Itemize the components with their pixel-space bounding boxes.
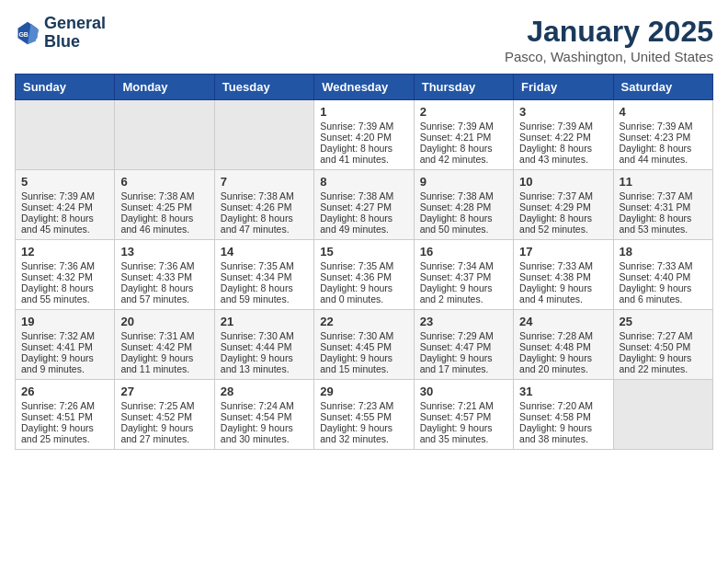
- day-info: Sunset: 4:58 PM: [519, 411, 607, 422]
- day-number: 24: [519, 315, 607, 328]
- day-info: Daylight: 9 hours and 27 minutes.: [120, 422, 208, 444]
- day-info: Daylight: 8 hours and 46 minutes.: [120, 213, 208, 235]
- day-info: Daylight: 8 hours and 55 minutes.: [21, 282, 108, 304]
- calendar-cell: 3Sunrise: 7:39 AMSunset: 4:22 PMDaylight…: [514, 100, 613, 170]
- calendar-cell: 30Sunrise: 7:21 AMSunset: 4:57 PMDayligh…: [414, 380, 513, 450]
- day-info: Sunrise: 7:20 AM: [519, 400, 607, 411]
- calendar: SundayMondayTuesdayWednesdayThursdayFrid…: [15, 74, 713, 450]
- day-info: Sunset: 4:42 PM: [120, 341, 208, 352]
- day-info: Daylight: 9 hours and 35 minutes.: [420, 422, 507, 444]
- day-info: Sunrise: 7:39 AM: [420, 121, 507, 132]
- day-info: Sunset: 4:33 PM: [120, 271, 208, 282]
- calendar-cell: 7Sunrise: 7:38 AMSunset: 4:26 PMDaylight…: [214, 170, 313, 240]
- calendar-cell: 14Sunrise: 7:35 AMSunset: 4:34 PMDayligh…: [214, 240, 313, 310]
- day-number: 1: [320, 105, 407, 119]
- week-row-1: 1Sunrise: 7:39 AMSunset: 4:20 PMDaylight…: [16, 100, 713, 170]
- day-info: Daylight: 9 hours and 22 minutes.: [620, 352, 707, 374]
- day-number: 17: [519, 245, 607, 259]
- day-info: Sunset: 4:24 PM: [21, 201, 108, 213]
- day-number: 20: [120, 315, 208, 328]
- calendar-cell: 9Sunrise: 7:38 AMSunset: 4:28 PMDaylight…: [414, 170, 513, 240]
- day-info: Sunrise: 7:38 AM: [320, 190, 407, 201]
- day-info: Sunset: 4:40 PM: [620, 271, 707, 282]
- day-info: Daylight: 8 hours and 44 minutes.: [620, 143, 707, 165]
- day-info: Sunrise: 7:35 AM: [320, 260, 407, 271]
- svg-text:GB: GB: [18, 30, 28, 37]
- day-info: Sunrise: 7:39 AM: [620, 121, 707, 132]
- day-info: Sunset: 4:32 PM: [21, 271, 108, 282]
- day-info: Daylight: 8 hours and 57 minutes.: [120, 282, 208, 304]
- calendar-cell: 23Sunrise: 7:29 AMSunset: 4:47 PMDayligh…: [414, 310, 513, 380]
- month-title: January 2025: [505, 15, 713, 49]
- calendar-cell: 8Sunrise: 7:38 AMSunset: 4:27 PMDaylight…: [314, 170, 414, 240]
- day-info: Daylight: 9 hours and 38 minutes.: [519, 422, 607, 444]
- day-number: 2: [420, 105, 507, 119]
- week-row-2: 5Sunrise: 7:39 AMSunset: 4:24 PMDaylight…: [16, 170, 713, 240]
- calendar-cell: 27Sunrise: 7:25 AMSunset: 4:52 PMDayligh…: [115, 380, 214, 450]
- day-info: Sunrise: 7:25 AM: [120, 400, 208, 411]
- weekday-header-tuesday: Tuesday: [214, 75, 313, 100]
- calendar-cell: 22Sunrise: 7:30 AMSunset: 4:45 PMDayligh…: [314, 310, 414, 380]
- day-info: Daylight: 8 hours and 45 minutes.: [21, 213, 108, 235]
- calendar-cell: 31Sunrise: 7:20 AMSunset: 4:58 PMDayligh…: [514, 380, 613, 450]
- day-info: Sunset: 4:44 PM: [221, 341, 308, 352]
- day-info: Sunset: 4:23 PM: [620, 132, 707, 143]
- calendar-cell: 12Sunrise: 7:36 AMSunset: 4:32 PMDayligh…: [16, 240, 115, 310]
- day-info: Sunrise: 7:21 AM: [420, 400, 507, 411]
- calendar-cell: 28Sunrise: 7:24 AMSunset: 4:54 PMDayligh…: [214, 380, 313, 450]
- day-number: 18: [620, 245, 707, 259]
- calendar-cell: 4Sunrise: 7:39 AMSunset: 4:23 PMDaylight…: [613, 100, 712, 170]
- calendar-cell: 20Sunrise: 7:31 AMSunset: 4:42 PMDayligh…: [115, 310, 214, 380]
- day-info: Sunset: 4:48 PM: [519, 341, 607, 352]
- day-info: Daylight: 9 hours and 25 minutes.: [21, 422, 108, 444]
- day-info: Sunrise: 7:38 AM: [221, 190, 308, 201]
- weekday-header-saturday: Saturday: [613, 75, 712, 100]
- day-info: Daylight: 8 hours and 59 minutes.: [221, 282, 308, 304]
- day-info: Daylight: 8 hours and 52 minutes.: [519, 213, 607, 235]
- day-info: Sunset: 4:55 PM: [320, 411, 407, 422]
- week-row-4: 19Sunrise: 7:32 AMSunset: 4:41 PMDayligh…: [16, 310, 713, 380]
- day-info: Sunrise: 7:34 AM: [420, 260, 507, 271]
- day-info: Sunrise: 7:27 AM: [620, 330, 707, 341]
- header: GB General Blue January 2025 Pasco, Wash…: [15, 15, 713, 64]
- calendar-cell: 19Sunrise: 7:32 AMSunset: 4:41 PMDayligh…: [16, 310, 115, 380]
- calendar-cell: 17Sunrise: 7:33 AMSunset: 4:38 PMDayligh…: [514, 240, 613, 310]
- day-info: Sunset: 4:34 PM: [221, 271, 308, 282]
- day-number: 9: [420, 175, 507, 189]
- day-number: 30: [420, 385, 507, 398]
- day-info: Daylight: 9 hours and 0 minutes.: [320, 282, 407, 304]
- day-number: 13: [120, 245, 208, 259]
- day-number: 12: [21, 245, 108, 259]
- weekday-header-friday: Friday: [514, 75, 613, 100]
- day-info: Daylight: 8 hours and 47 minutes.: [221, 213, 308, 235]
- logo-icon: GB: [15, 20, 40, 46]
- day-info: Sunset: 4:50 PM: [620, 341, 707, 352]
- day-info: Sunrise: 7:38 AM: [420, 190, 507, 201]
- calendar-cell: 13Sunrise: 7:36 AMSunset: 4:33 PMDayligh…: [115, 240, 214, 310]
- calendar-cell: 25Sunrise: 7:27 AMSunset: 4:50 PMDayligh…: [613, 310, 712, 380]
- day-info: Sunset: 4:21 PM: [420, 132, 507, 143]
- day-number: 6: [120, 175, 208, 189]
- day-info: Daylight: 9 hours and 13 minutes.: [221, 352, 308, 374]
- day-info: Sunset: 4:45 PM: [320, 341, 407, 352]
- day-info: Sunrise: 7:38 AM: [120, 190, 208, 201]
- logo-text: General Blue: [44, 15, 106, 52]
- day-info: Daylight: 8 hours and 50 minutes.: [420, 213, 507, 235]
- day-info: Sunrise: 7:23 AM: [320, 400, 407, 411]
- calendar-cell: 24Sunrise: 7:28 AMSunset: 4:48 PMDayligh…: [514, 310, 613, 380]
- day-info: Sunset: 4:36 PM: [320, 271, 407, 282]
- day-info: Sunrise: 7:30 AM: [221, 330, 308, 341]
- day-info: Daylight: 8 hours and 41 minutes.: [320, 143, 407, 165]
- calendar-cell: 26Sunrise: 7:26 AMSunset: 4:51 PMDayligh…: [16, 380, 115, 450]
- day-info: Sunrise: 7:33 AM: [620, 260, 707, 271]
- calendar-cell: 1Sunrise: 7:39 AMSunset: 4:20 PMDaylight…: [314, 100, 414, 170]
- day-number: 8: [320, 175, 407, 189]
- day-info: Sunset: 4:26 PM: [221, 201, 308, 213]
- day-info: Sunset: 4:27 PM: [320, 201, 407, 213]
- day-info: Sunrise: 7:39 AM: [519, 121, 607, 132]
- day-info: Daylight: 9 hours and 11 minutes.: [120, 352, 208, 374]
- calendar-cell: 21Sunrise: 7:30 AMSunset: 4:44 PMDayligh…: [214, 310, 313, 380]
- calendar-cell: 6Sunrise: 7:38 AMSunset: 4:25 PMDaylight…: [115, 170, 214, 240]
- day-number: 4: [620, 105, 707, 119]
- calendar-cell: 15Sunrise: 7:35 AMSunset: 4:36 PMDayligh…: [314, 240, 414, 310]
